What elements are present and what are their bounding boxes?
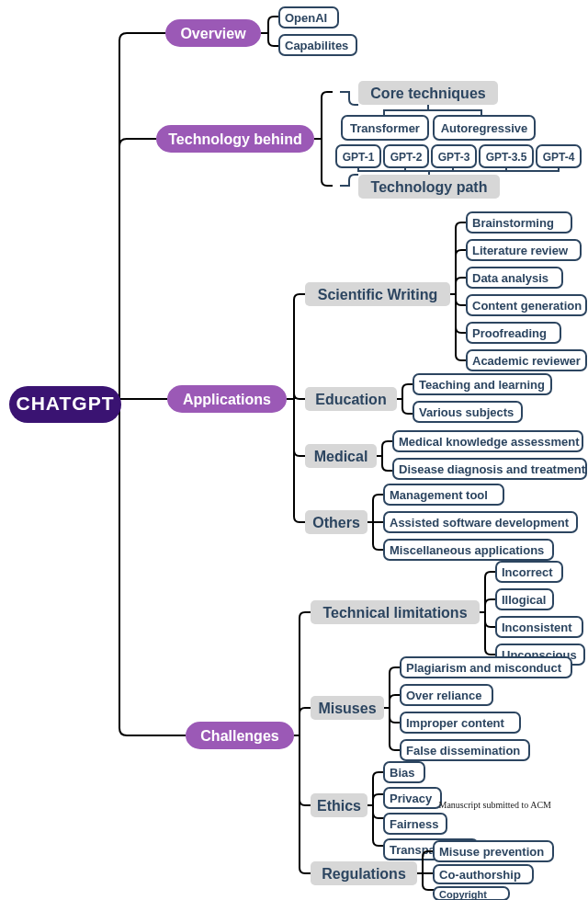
leaf-overreliance-label: Over reliance [406, 689, 481, 702]
root-label: CHATGPT [17, 393, 115, 414]
connector [377, 456, 393, 471]
leaf-misc-label: Miscellaneous applications [390, 543, 544, 557]
leaf-dataanalysis-label: Data analysis [472, 271, 548, 285]
leaf-proofreading-label: Proofreading [472, 326, 547, 340]
leaf-brainstorming-label: Brainstorming [472, 216, 554, 230]
leaf-transformer-label: Transformer [350, 121, 420, 135]
leaf-autoregressive-label: Autoregressive [441, 121, 528, 135]
cat-others-label: Others [312, 515, 360, 530]
leaf-capabilities-label: Capabilites [285, 39, 348, 52]
connector [261, 33, 279, 46]
leaf-coauthor-label: Co-authorship [439, 868, 521, 882]
leaf-medknow-label: Medical knowledge assessment [399, 435, 580, 449]
leaf-teaching-label: Teaching and learning [419, 378, 545, 392]
leaf-gpt2-label: GPT-2 [390, 151, 423, 164]
connector [368, 805, 384, 818]
cat-ethics-label: Ethics [317, 798, 361, 814]
footer-text: Manuscript submitted to ACM [439, 800, 552, 810]
connector [108, 404, 186, 735]
connector [340, 175, 358, 186]
leaf-incorrect-label: Incorrect [502, 565, 553, 579]
connector [368, 772, 384, 805]
leaf-misuseprev-label: Misuse prevention [439, 845, 544, 859]
leaf-plagiarism-label: Plagiarism and misconduct [406, 661, 562, 675]
connector [405, 167, 429, 175]
leaf-swdev-label: Assisted software development [390, 516, 570, 530]
leaf-subjects-label: Various subjects [419, 405, 514, 419]
connector [384, 695, 401, 708]
leaf-privacy-label: Privacy [390, 792, 433, 805]
connector [314, 139, 333, 186]
leaf-copyright-label: Copyright [439, 889, 487, 900]
connector [397, 399, 413, 414]
connector [384, 708, 401, 723]
leaf-inconsistent-label: Inconsistent [502, 621, 572, 634]
connector [368, 495, 384, 522]
connector [294, 708, 311, 735]
leaf-openai-label: OpenAI [285, 11, 327, 25]
connector [287, 399, 305, 456]
cat-scientific-label: Scientific Writing [318, 287, 437, 302]
connector [287, 399, 305, 522]
connector [384, 708, 401, 750]
connector [368, 805, 384, 846]
leaf-gpt3-label: GPT-3 [438, 151, 470, 164]
leaf-illogical-label: Illogical [502, 593, 546, 607]
connector [368, 794, 384, 805]
leaf-mgmt-label: Management tool [390, 488, 488, 502]
cat-medical-label: Medical [314, 449, 368, 464]
mindmap-canvas: CHATGPT Overview OpenAI Capabilites Tech… [0, 0, 588, 900]
leaf-diagnosis-label: Disease diagnosis and treatment [399, 462, 586, 476]
section-applications-label: Applications [183, 392, 271, 407]
connector [108, 139, 156, 404]
connector [428, 105, 481, 116]
cat-education-label: Education [315, 392, 386, 407]
connector [480, 612, 496, 627]
section-challenges-label: Challenges [200, 728, 278, 744]
leaf-litreview-label: Literature review [472, 244, 569, 257]
leaf-gpt35-label: GPT-3.5 [486, 151, 527, 164]
connector [377, 441, 393, 456]
connector [397, 384, 413, 399]
connector [417, 873, 434, 890]
leaf-improper-label: Improper content [406, 716, 505, 730]
connector [261, 17, 279, 33]
connector [384, 105, 428, 116]
connector [480, 599, 496, 612]
leaf-falsedis-label: False dissemination [406, 744, 520, 758]
leaf-academicrev-label: Academic reviewer [472, 354, 581, 368]
connector [108, 33, 165, 404]
connector [287, 294, 305, 399]
connector [314, 92, 333, 139]
connector [294, 735, 311, 805]
leaf-contentgen-label: Content generation [472, 299, 582, 313]
leaf-gpt1-label: GPT-1 [343, 151, 375, 164]
leaf-gpt4-label: GPT-4 [543, 151, 575, 164]
core-techniques-label: Core techniques [370, 85, 485, 101]
connector [480, 572, 496, 612]
connector [384, 667, 401, 708]
connector [480, 612, 496, 655]
leaf-fairness-label: Fairness [390, 817, 438, 831]
cat-technical-label: Technical limitations [322, 605, 467, 621]
section-overview-label: Overview [180, 26, 246, 41]
connector [429, 167, 559, 175]
connector [340, 92, 358, 105]
cat-misuses-label: Misuses [318, 701, 376, 716]
cat-regulations-label: Regulations [322, 866, 406, 882]
connector [368, 522, 384, 550]
technology-path-label: Technology path [371, 179, 488, 195]
connector [294, 612, 311, 735]
section-technology-label: Technology behind [168, 131, 301, 147]
sci-connectors [450, 222, 467, 360]
leaf-bias-label: Bias [390, 766, 414, 780]
